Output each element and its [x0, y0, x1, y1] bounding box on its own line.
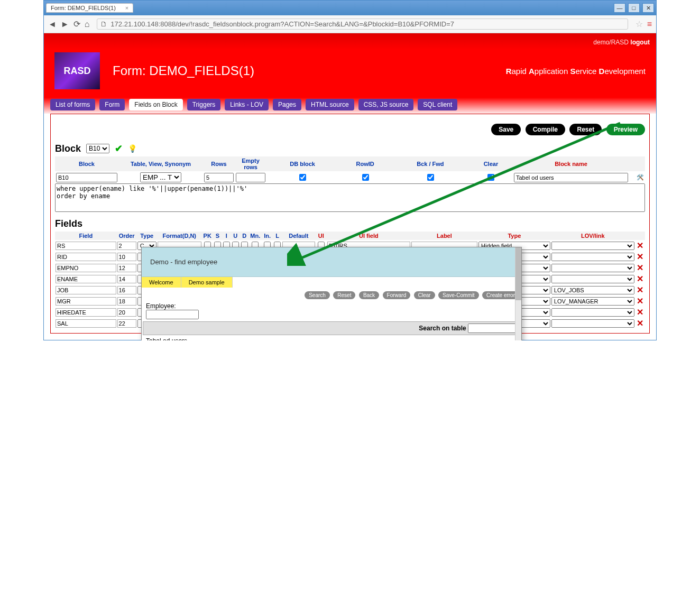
- url-bar[interactable]: 🗋 172.21.100.148:8088/dev/!rasdc_fieldso…: [97, 19, 628, 30]
- field-name-input[interactable]: [56, 319, 116, 328]
- tab-pages[interactable]: Pages: [273, 99, 301, 110]
- compile-button[interactable]: Compile: [526, 124, 565, 135]
- field-order-input[interactable]: [117, 319, 136, 328]
- field-lov-select[interactable]: [551, 308, 634, 317]
- field-delete-icon[interactable]: ✕: [635, 262, 645, 273]
- field-name-input[interactable]: [56, 242, 116, 250]
- field-order-input[interactable]: [117, 275, 136, 283]
- tab-list-of-forms[interactable]: List of forms: [50, 99, 95, 110]
- page-title: Form: DEMO_FIELDS(1): [113, 63, 254, 78]
- window-titlebar: Form: DEMO_FIELDS(1) × — □ ✕: [44, 1, 656, 15]
- demo-forward-button[interactable]: Forward: [383, 291, 411, 299]
- hint-icon[interactable]: 💡: [128, 144, 137, 153]
- demo-reset-button[interactable]: Reset: [333, 291, 355, 299]
- demo-tab-welcome[interactable]: Welcome: [142, 277, 181, 288]
- check-icon[interactable]: ✔: [115, 143, 123, 154]
- employee-input[interactable]: [146, 310, 199, 319]
- field-delete-icon[interactable]: ✕: [635, 318, 645, 329]
- block-tvs-select[interactable]: EMP ... T: [140, 172, 181, 182]
- block-select[interactable]: B10: [86, 144, 109, 153]
- field-lov-select[interactable]: LOV_JOBS: [551, 286, 634, 294]
- field-order-input[interactable]: [117, 242, 136, 250]
- field-name-input[interactable]: [56, 275, 116, 283]
- top-userinfo: demo/RASD logout: [50, 36, 650, 48]
- field-name-input[interactable]: [56, 308, 116, 317]
- tab-form[interactable]: Form: [99, 99, 125, 110]
- window-minimize-icon[interactable]: —: [614, 3, 625, 13]
- field-order-input[interactable]: [117, 286, 136, 294]
- url-text: 172.21.100.148:8088/dev/!rasdc_fieldsonb…: [110, 20, 454, 28]
- block-empty-input[interactable]: [236, 173, 265, 182]
- save-button[interactable]: Save: [491, 124, 521, 135]
- field-order-input[interactable]: [117, 308, 136, 317]
- field-name-input[interactable]: [56, 264, 116, 272]
- block-display-name-input[interactable]: [514, 173, 628, 182]
- field-delete-icon[interactable]: ✕: [635, 284, 645, 295]
- field-delete-icon[interactable]: ✕: [635, 307, 645, 318]
- search-on-table-bar: Search on table: [143, 321, 520, 335]
- tab-links-lov[interactable]: Links - LOV: [225, 99, 269, 110]
- tab-html-source[interactable]: HTML source: [306, 99, 354, 110]
- field-delete-icon[interactable]: ✕: [635, 251, 645, 262]
- tab-title: Form: DEMO_FIELDS(1): [51, 5, 116, 11]
- logo: RASD: [54, 52, 100, 89]
- tab-fields-on-block[interactable]: Fields on Block: [129, 99, 182, 110]
- demo-search-button[interactable]: Search: [305, 291, 330, 299]
- field-order-input[interactable]: [117, 253, 136, 261]
- window-close-icon[interactable]: ✕: [642, 3, 654, 13]
- reset-button[interactable]: Reset: [569, 124, 602, 135]
- block-config-table: Block Table, View, Synonym Rows Empty ro…: [55, 156, 645, 183]
- employee-label: Employee:: [146, 302, 176, 310]
- home-icon[interactable]: ⌂: [85, 20, 90, 29]
- field-delete-icon[interactable]: ✕: [635, 273, 645, 284]
- field-name-input[interactable]: [56, 286, 116, 294]
- field-lov-select[interactable]: [551, 275, 634, 283]
- block-name-input[interactable]: [56, 173, 117, 182]
- demo-clear-button[interactable]: Clear: [414, 291, 435, 299]
- nav-tabs: List of forms Form Fields on Block Trigg…: [50, 99, 650, 114]
- field-name-input[interactable]: [56, 253, 116, 261]
- block-sql-textarea[interactable]: where upper(ename) like '%'||upper(penam…: [55, 183, 645, 212]
- demo-save-commit-button[interactable]: Save-Commit: [438, 291, 479, 299]
- tab-sql-client[interactable]: SQL client: [418, 99, 457, 110]
- preview-overlay: Demo - find employee Welcome Demo sample…: [141, 247, 522, 340]
- back-icon[interactable]: ◄: [48, 20, 57, 29]
- page-info-icon[interactable]: 🗋: [100, 20, 107, 28]
- block-heading: Block: [55, 143, 81, 154]
- emp-table-caption: Tabel od users: [142, 336, 521, 340]
- tab-triggers[interactable]: Triggers: [187, 99, 221, 110]
- search-on-table-input[interactable]: [468, 324, 515, 333]
- field-lov-select[interactable]: [551, 242, 634, 250]
- close-tab-icon[interactable]: ×: [125, 5, 128, 11]
- bookmark-icon[interactable]: ☆: [635, 19, 643, 29]
- menu-icon[interactable]: ≡: [647, 20, 652, 29]
- field-order-input[interactable]: [117, 264, 136, 272]
- browser-tab[interactable]: Form: DEMO_FIELDS(1) ×: [46, 3, 133, 13]
- forward-icon[interactable]: ►: [61, 20, 69, 29]
- field-lov-select[interactable]: [551, 264, 634, 272]
- field-delete-icon[interactable]: ✕: [635, 295, 645, 307]
- tab-css-js-source[interactable]: CSS, JS source: [358, 99, 414, 110]
- field-lov-select[interactable]: [551, 253, 634, 261]
- field-order-input[interactable]: [117, 297, 136, 306]
- fields-heading: Fields: [55, 218, 645, 229]
- overlay-scrollbar[interactable]: [515, 247, 521, 340]
- demo-tab-sample[interactable]: Demo sample: [181, 277, 233, 288]
- block-settings-icon[interactable]: 🛠️: [637, 174, 644, 180]
- preview-button[interactable]: Preview: [606, 124, 645, 135]
- block-db-checkbox[interactable]: [299, 174, 306, 181]
- block-bckfwd-checkbox[interactable]: [427, 174, 434, 181]
- field-lov-select[interactable]: [551, 319, 634, 328]
- demo-create-error-button[interactable]: Create error: [482, 291, 519, 299]
- demo-header: Demo - find employee: [142, 247, 521, 277]
- field-lov-select[interactable]: LOV_MANAGER: [551, 297, 634, 306]
- window-maximize-icon[interactable]: □: [628, 3, 640, 13]
- block-clear-checkbox[interactable]: [487, 174, 494, 181]
- reload-icon[interactable]: ⟳: [73, 19, 80, 29]
- logout-link[interactable]: logout: [630, 39, 650, 46]
- demo-back-button[interactable]: Back: [359, 291, 379, 299]
- field-name-input[interactable]: [56, 297, 116, 306]
- block-rows-input[interactable]: [204, 173, 234, 182]
- field-delete-icon[interactable]: ✕: [635, 240, 645, 251]
- block-rowid-checkbox[interactable]: [362, 174, 369, 181]
